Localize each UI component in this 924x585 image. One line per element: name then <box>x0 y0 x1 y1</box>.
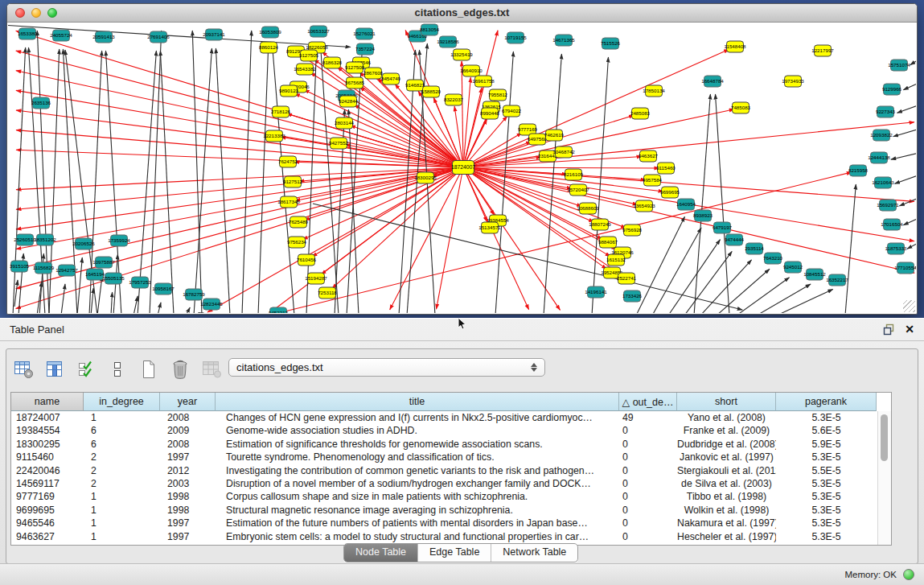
graph-node[interactable]: 17850134 <box>643 85 665 97</box>
table-cell[interactable]: 5.9E-5 <box>776 438 877 451</box>
graph-node[interactable]: 18617345 <box>277 196 300 208</box>
graph-edge[interactable] <box>684 251 732 313</box>
graph-node[interactable]: 1588520 <box>421 86 441 97</box>
network-canvas[interactable]: 1872400716533802405572420591413276914062… <box>8 23 916 313</box>
graph-edge[interactable] <box>16 130 463 167</box>
graph-node[interactable]: 10719155 <box>504 32 527 43</box>
table-cell[interactable]: Estimation of the future numbers of pati… <box>216 517 619 529</box>
table-cell[interactable]: Hescheler et al. (1997) <box>677 530 776 543</box>
graph-edge[interactable] <box>463 167 659 168</box>
graph-node-hub[interactable]: 18724007 <box>451 161 475 175</box>
graph-node[interactable]: 7253118 <box>318 287 337 299</box>
table-cell[interactable]: 1 <box>84 490 160 503</box>
graph-node[interactable]: 8186328 <box>322 57 343 68</box>
table-cell[interactable]: 5.3E-5 <box>776 530 877 543</box>
column-header-out_de[interactable]: △ out_de… <box>619 393 677 411</box>
graph-node[interactable]: 16352217 <box>826 274 848 286</box>
graph-node[interactable]: 9245012 <box>783 262 803 273</box>
table-cell[interactable]: Investigating the contribution of common… <box>216 464 619 477</box>
graph-node[interactable]: 15720407 <box>567 184 589 196</box>
graph-edge[interactable] <box>717 269 770 313</box>
table-cell[interactable]: 1997 <box>160 530 216 543</box>
scrollbar-thumb[interactable] <box>881 414 888 461</box>
tab-network-table[interactable]: Network Table <box>491 544 577 562</box>
graph-node[interactable]: 16053809 <box>259 27 281 38</box>
graph-node[interactable]: 16961758 <box>472 76 495 87</box>
graph-node[interactable]: 9427552 <box>329 138 349 149</box>
graph-node[interactable]: 7643210 <box>763 253 783 264</box>
column-header-short[interactable]: short <box>677 393 776 411</box>
graph-node[interactable]: 12217997 <box>811 45 834 56</box>
table-cell[interactable]: 5.6E-5 <box>776 424 877 437</box>
table-row[interactable]: 1456911722003Disruption of a novel membe… <box>11 477 891 490</box>
graph-node[interactable]: 12444138 <box>868 152 890 163</box>
table-cell[interactable]: 9777169 <box>11 490 84 503</box>
table-cell[interactable]: 2 <box>84 477 160 490</box>
close-panel-icon[interactable]: ✕ <box>905 323 914 336</box>
table-cell[interactable]: 0 <box>619 464 677 477</box>
window-resize-grip[interactable] <box>903 300 915 312</box>
graph-node[interactable]: 1615132 <box>606 254 626 266</box>
graph-edge[interactable] <box>694 94 710 313</box>
table-cell[interactable]: 0 <box>619 490 677 503</box>
graph-edge[interactable] <box>895 174 916 183</box>
graph-node[interactable]: 20591413 <box>92 31 115 43</box>
graph-node[interactable]: 9756234 <box>287 237 307 248</box>
table-cell[interactable]: Changes of HCN gene expression and I(f) … <box>216 411 619 424</box>
graph-edge[interactable] <box>97 276 102 313</box>
graph-edge[interactable] <box>16 51 463 167</box>
graph-node[interactable]: 15134571 <box>478 222 501 233</box>
table-row[interactable]: 977716911998Corpus callosum shape and si… <box>11 490 891 503</box>
table-cell[interactable]: 5.3E-5 <box>776 517 877 529</box>
table-cell[interactable]: 18300295 <box>11 438 84 451</box>
graph-node[interactable]: 2485083 <box>630 108 651 119</box>
graph-edge[interactable] <box>845 184 856 313</box>
import-table-icon[interactable] <box>201 359 222 380</box>
table-cell[interactable]: 5.3E-5 <box>776 451 877 463</box>
graph-edge[interactable] <box>463 167 529 310</box>
table-cell[interactable]: de Silva et al. (2003) <box>677 477 776 490</box>
graph-edge[interactable] <box>77 257 82 313</box>
graph-edge[interactable] <box>907 241 916 249</box>
graph-node[interactable]: 17957253 <box>129 277 151 288</box>
graph-edge[interactable] <box>133 296 138 313</box>
column-header-year[interactable]: year <box>160 393 216 411</box>
show-columns-icon[interactable] <box>44 359 65 380</box>
graph-edge[interactable] <box>463 167 914 201</box>
graph-node[interactable]: 20937141 <box>203 29 225 40</box>
graph-node[interactable]: 9756928 <box>622 225 643 236</box>
table-cell[interactable]: 6 <box>84 438 160 451</box>
table-cell[interactable]: 2009 <box>160 424 216 437</box>
table-cell[interactable]: Corpus callosum shape and size in male p… <box>216 490 619 503</box>
graph-node[interactable]: 13325419 <box>450 49 473 60</box>
graph-node[interactable]: 10845512 <box>803 269 826 280</box>
graph-node[interactable]: 7515526 <box>601 38 621 49</box>
graph-node[interactable]: 7485083 <box>731 102 751 113</box>
table-cell[interactable]: 0 <box>619 424 677 437</box>
graph-node[interactable]: 9699695 <box>660 187 680 198</box>
table-row[interactable]: 911546021997Tourette syndrome. Phenomeno… <box>11 451 891 463</box>
table-cell[interactable]: 9463627 <box>11 530 84 543</box>
table-cell[interactable]: Tourette syndrome. Phenomenology and cla… <box>216 451 619 463</box>
graph-node[interactable]: 15194287 <box>305 273 327 284</box>
graph-edge[interactable] <box>777 289 833 313</box>
graph-node[interactable]: 2803144 <box>335 117 355 129</box>
graph-node[interactable]: 11156829 <box>33 262 55 274</box>
window-titlebar[interactable]: citations_edges.txt <box>7 4 917 23</box>
table-cell[interactable]: 5.3E-5 <box>776 477 877 490</box>
graph-edge[interactable] <box>14 280 18 307</box>
table-cell[interactable]: 0 <box>619 530 677 543</box>
table-cell[interactable]: 9465546 <box>11 517 84 529</box>
graph-edge[interactable] <box>242 31 252 313</box>
table-cell[interactable]: 19384554 <box>11 424 84 437</box>
graph-node[interactable]: 16648784 <box>701 76 724 87</box>
graph-node[interactable]: 7610456 <box>297 254 317 266</box>
graph-node[interactable]: 10688609 <box>577 203 599 214</box>
graph-node[interactable]: 8215958 <box>848 165 869 176</box>
graph-node[interactable]: 14671365 <box>552 35 575 46</box>
table-cell[interactable]: 2008 <box>160 438 216 451</box>
tab-edge-table[interactable]: Edge Table <box>417 544 491 562</box>
graph-node[interactable]: 16782759 <box>183 289 205 300</box>
graph-edge[interactable] <box>903 81 916 90</box>
table-vertical-scrollbar[interactable] <box>877 411 891 545</box>
